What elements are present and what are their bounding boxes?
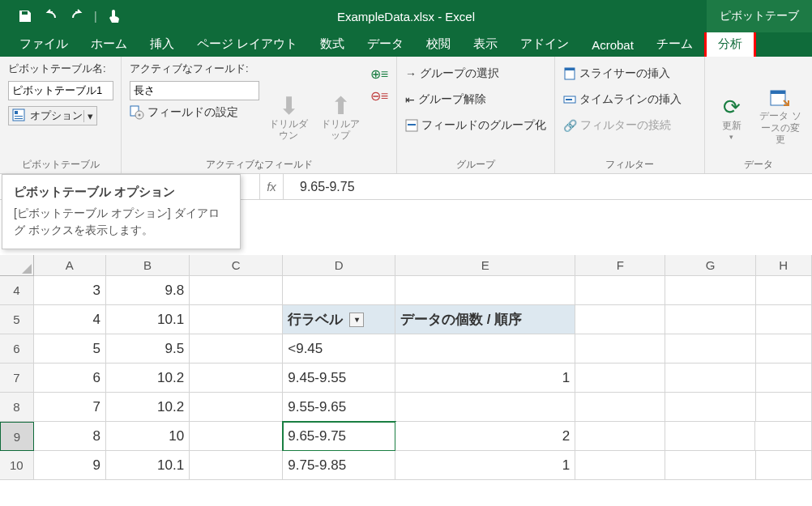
cell[interactable]: 9.75-9.85: [283, 451, 395, 480]
change-data-source-button[interactable]: データ ソースの変更: [757, 60, 804, 172]
cell[interactable]: [756, 451, 812, 480]
cell[interactable]: 7: [34, 393, 106, 422]
cell[interactable]: 9: [34, 451, 106, 480]
select-all-corner[interactable]: [0, 255, 34, 276]
row-header[interactable]: 10: [0, 451, 34, 480]
cell[interactable]: 9.8: [106, 276, 190, 305]
col-header[interactable]: H: [756, 255, 812, 276]
filter-dropdown-icon[interactable]: ▾: [349, 313, 364, 327]
cell[interactable]: 8: [34, 422, 106, 451]
tab-home[interactable]: ホーム: [79, 32, 139, 57]
fx-icon[interactable]: fx: [259, 174, 284, 199]
touch-mode-icon[interactable]: [105, 7, 123, 25]
tab-team[interactable]: チーム: [645, 32, 704, 57]
cell[interactable]: [575, 364, 665, 393]
insert-slicer-button[interactable]: スライサーの挿入: [563, 65, 696, 83]
ungroup-button[interactable]: ⇤ グループ解除: [405, 91, 546, 108]
options-button[interactable]: オプション ▾: [8, 106, 97, 125]
formula-value[interactable]: 9.65-9.75: [284, 180, 355, 194]
col-header[interactable]: A: [34, 255, 106, 276]
cell[interactable]: [395, 334, 575, 364]
row-header[interactable]: 5: [0, 305, 34, 334]
cell[interactable]: 6: [34, 364, 106, 393]
cell[interactable]: 行ラベル▾: [283, 305, 395, 334]
cell[interactable]: 10.2: [106, 393, 190, 422]
cell[interactable]: 10: [106, 422, 190, 451]
cell[interactable]: 10.1: [106, 451, 190, 480]
worksheet[interactable]: A B C D E F G H 439.85410.1行ラベル▾データの個数 /…: [0, 255, 812, 480]
cell[interactable]: [665, 451, 755, 480]
col-header[interactable]: F: [575, 255, 665, 276]
cell[interactable]: [756, 364, 812, 393]
field-settings-button[interactable]: フィールドの設定: [130, 104, 259, 121]
cell[interactable]: [665, 276, 755, 305]
tab-review[interactable]: 校閲: [415, 32, 462, 57]
col-header[interactable]: E: [395, 255, 575, 276]
cell[interactable]: [756, 334, 812, 364]
cell[interactable]: [575, 305, 665, 334]
cell[interactable]: [190, 364, 283, 393]
col-header[interactable]: C: [190, 255, 283, 276]
cell[interactable]: [665, 334, 755, 364]
cell[interactable]: 1: [395, 451, 575, 480]
row-header[interactable]: 7: [0, 364, 34, 393]
cell[interactable]: 1: [395, 364, 575, 393]
cell[interactable]: [190, 305, 283, 334]
tab-view[interactable]: 表示: [462, 32, 509, 57]
cell[interactable]: [756, 276, 812, 305]
cell[interactable]: [756, 305, 812, 334]
tab-addins[interactable]: アドイン: [509, 32, 580, 57]
cell[interactable]: 3: [34, 276, 106, 305]
cell[interactable]: [190, 276, 283, 305]
cell[interactable]: [395, 393, 575, 422]
cell[interactable]: [190, 393, 283, 422]
cell[interactable]: [665, 393, 755, 422]
drill-down-button[interactable]: ⬇ ドリルダウン: [266, 60, 311, 172]
row-header[interactable]: 8: [0, 393, 34, 422]
row-header[interactable]: 4: [0, 276, 34, 305]
cell[interactable]: 9.65-9.75: [283, 422, 395, 451]
tab-insert[interactable]: 挿入: [139, 32, 186, 57]
cell[interactable]: [665, 364, 755, 393]
refresh-button[interactable]: ⟳ 更新 ▾: [713, 60, 750, 172]
cell[interactable]: [755, 422, 812, 451]
group-selection-button[interactable]: → グループの選択: [405, 65, 546, 83]
cell[interactable]: [756, 393, 812, 422]
cell[interactable]: <9.45: [283, 334, 395, 364]
group-field-button[interactable]: フィールドのグループ化: [405, 117, 546, 134]
cell[interactable]: [575, 393, 665, 422]
cell[interactable]: 10.2: [106, 364, 190, 393]
tab-formulas[interactable]: 数式: [309, 32, 356, 57]
tab-analyze[interactable]: 分析: [704, 29, 756, 57]
tab-data[interactable]: データ: [356, 32, 415, 57]
redo-icon[interactable]: [68, 7, 86, 25]
col-header[interactable]: G: [665, 255, 755, 276]
cell[interactable]: [190, 422, 283, 451]
row-header[interactable]: 9: [0, 422, 34, 451]
cell[interactable]: [190, 334, 283, 364]
cell[interactable]: データの個数 / 順序: [395, 305, 575, 334]
cell[interactable]: [665, 422, 755, 451]
cell[interactable]: 5: [34, 334, 106, 364]
insert-timeline-button[interactable]: タイムラインの挿入: [563, 91, 696, 108]
drill-up-button[interactable]: ⬆ ドリルアップ: [318, 60, 363, 172]
expand-field-icon[interactable]: ⊕≡: [370, 66, 388, 82]
filter-connections-button[interactable]: 🔗 フィルターの接続: [563, 117, 696, 134]
cell[interactable]: 9.45-9.55: [283, 364, 395, 393]
pivottable-name-input[interactable]: [8, 81, 113, 100]
col-header[interactable]: D: [283, 255, 395, 276]
tab-file[interactable]: ファイル: [8, 32, 79, 57]
cell[interactable]: [665, 305, 755, 334]
cell[interactable]: 9.55-9.65: [283, 393, 395, 422]
cell[interactable]: 2: [395, 422, 575, 451]
col-header[interactable]: B: [106, 255, 190, 276]
cell[interactable]: 4: [34, 305, 106, 334]
cell[interactable]: [283, 276, 395, 305]
cell[interactable]: [575, 451, 665, 480]
cell[interactable]: 9.5: [106, 334, 190, 364]
tab-acrobat[interactable]: Acrobat: [580, 33, 645, 57]
row-header[interactable]: 6: [0, 334, 34, 364]
cell[interactable]: [190, 451, 283, 480]
save-icon[interactable]: [16, 7, 34, 25]
cell[interactable]: [575, 276, 665, 305]
